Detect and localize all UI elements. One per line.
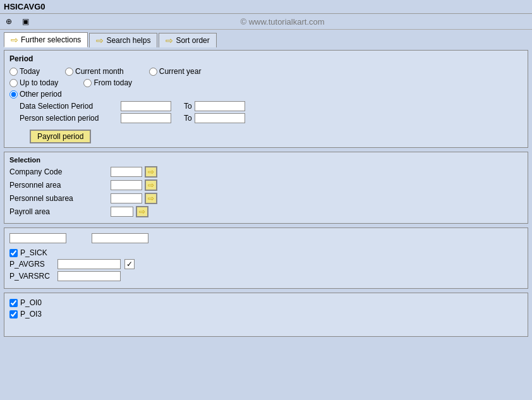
p-varsrc-label: P_VARSRC: [9, 272, 54, 281]
person-selection-from-input[interactable]: [121, 113, 171, 123]
p-varsrc-input[interactable]: [57, 271, 121, 281]
person-selection-row: Person selection period To: [20, 113, 523, 123]
radio-row-1: Today Current month Current year: [9, 67, 523, 76]
radio-current-month-input[interactable]: [65, 68, 73, 76]
radio-up-to-today-input[interactable]: [9, 79, 18, 87]
p-oi3-label: P_OI3: [20, 310, 42, 318]
extra-top-row: [9, 233, 523, 243]
data-selection-to-label: To: [184, 102, 192, 111]
radio-from-today-label: From today: [94, 78, 132, 87]
personnel-subarea-label: Personnel subarea: [9, 194, 111, 203]
personnel-subarea-row: Personnel subarea ⇨: [9, 193, 523, 204]
watermark: © www.tutorialkart.com: [35, 17, 529, 27]
tab-sort-order-label: Sort order: [176, 36, 209, 45]
p-sick-label: P_SICK: [20, 248, 47, 257]
main-content: Period Today Current month Current year …: [0, 47, 532, 343]
title-bar: HSICAVG0: [0, 0, 532, 14]
person-selection-to-label: To: [184, 114, 192, 123]
data-selection-label: Data Selection Period: [20, 102, 121, 111]
tab-further-selections[interactable]: ⇨ Further selections: [4, 32, 88, 47]
p-varsrc-row: P_VARSRC: [9, 271, 523, 281]
radio-up-to-today[interactable]: Up to today: [9, 78, 58, 87]
data-selection-from-input[interactable]: [121, 101, 171, 111]
tab-search-helps-label: Search helps: [106, 36, 150, 45]
radio-other-period-input[interactable]: [9, 90, 18, 99]
p-oi0-checkbox[interactable]: [9, 299, 18, 307]
p-oi0-label: P_OI0: [20, 298, 42, 307]
app-title: HSICAVG0: [4, 2, 45, 11]
personnel-area-label: Personnel area: [9, 181, 111, 190]
p-avgrs-input[interactable]: [57, 259, 121, 269]
radio-from-today-input[interactable]: [83, 79, 92, 87]
extra-section: P_SICK P_AVGRS ✓ P_VARSRC: [4, 227, 528, 289]
payroll-area-label: Payroll area: [9, 207, 111, 216]
radio-today-label: Today: [20, 67, 40, 76]
person-selection-label: Person selection period: [20, 114, 121, 123]
company-code-input[interactable]: [111, 167, 142, 177]
extra-input-2[interactable]: [92, 233, 148, 243]
p-oi3-row: P_OI3: [9, 310, 523, 318]
personnel-subarea-select-btn[interactable]: ⇨: [145, 193, 157, 204]
p-oi0-row: P_OI0: [9, 298, 523, 307]
radio-today[interactable]: Today: [9, 67, 40, 76]
p-avgrs-checkbox-display[interactable]: ✓: [124, 259, 135, 269]
payroll-area-input[interactable]: [111, 207, 133, 217]
p-avgrs-row: P_AVGRS ✓: [9, 259, 523, 269]
radio-from-today[interactable]: From today: [83, 78, 132, 87]
payroll-period-button[interactable]: Payroll period: [30, 130, 91, 143]
tab-search-helps[interactable]: ⇨ Search helps: [89, 33, 157, 47]
payroll-area-row: Payroll area ⇨: [9, 206, 523, 217]
tab-bar: ⇨ Further selections ⇨ Search helps ⇨ So…: [0, 30, 532, 47]
personnel-area-input[interactable]: [111, 180, 142, 190]
personnel-area-row: Personnel area ⇨: [9, 179, 523, 191]
menu-bar: ⊕ ▣ © www.tutorialkart.com: [0, 14, 532, 30]
radio-current-year[interactable]: Current year: [149, 67, 202, 76]
extra-input-1[interactable]: [9, 233, 66, 243]
radio-row-2: Up to today From today: [9, 78, 523, 87]
p-oi3-checkbox[interactable]: [9, 310, 18, 318]
tab-sort-order[interactable]: ⇨ Sort order: [159, 33, 216, 47]
payroll-area-select-btn[interactable]: ⇨: [136, 206, 148, 217]
radio-other-period-label: Other period: [20, 90, 62, 99]
selection-title: Selection: [9, 156, 523, 164]
p-avgrs-label: P_AVGRS: [9, 260, 54, 269]
tab-arrow-3: ⇨: [166, 35, 173, 45]
selection-section: Selection Company Code ⇨ Personnel area …: [4, 152, 528, 224]
p-sick-checkbox[interactable]: [9, 249, 18, 257]
radio-current-month-label: Current month: [75, 67, 124, 76]
data-selection-row: Data Selection Period To: [20, 101, 523, 111]
radio-current-year-input[interactable]: [149, 68, 157, 76]
p-sick-row: P_SICK: [9, 248, 523, 257]
person-selection-to-input[interactable]: [195, 113, 245, 123]
tab-arrow-1: ⇨: [11, 35, 18, 45]
p-avgrs-checkmark: ✓: [126, 260, 133, 269]
radio-other-period[interactable]: Other period: [9, 90, 62, 99]
tab-further-selections-label: Further selections: [21, 35, 81, 44]
personnel-area-select-btn[interactable]: ⇨: [145, 179, 157, 191]
bottom-section: P_OI0 P_OI3: [4, 293, 528, 337]
personnel-subarea-input[interactable]: [111, 193, 142, 203]
menu-icon-1[interactable]: ⊕: [3, 15, 15, 28]
radio-current-year-label: Current year: [159, 67, 202, 76]
data-selection-to-input[interactable]: [195, 101, 245, 111]
menu-icon-2[interactable]: ▣: [19, 15, 32, 28]
radio-row-3: Other period: [9, 90, 523, 99]
company-code-row: Company Code ⇨: [9, 166, 523, 178]
company-code-select-btn[interactable]: ⇨: [145, 166, 157, 178]
period-title: Period: [9, 54, 523, 63]
radio-today-input[interactable]: [9, 68, 18, 76]
radio-up-to-today-label: Up to today: [20, 78, 58, 87]
company-code-label: Company Code: [9, 167, 111, 176]
tab-arrow-2: ⇨: [96, 35, 104, 45]
radio-current-month[interactable]: Current month: [65, 67, 124, 76]
period-section: Period Today Current month Current year …: [4, 50, 528, 148]
